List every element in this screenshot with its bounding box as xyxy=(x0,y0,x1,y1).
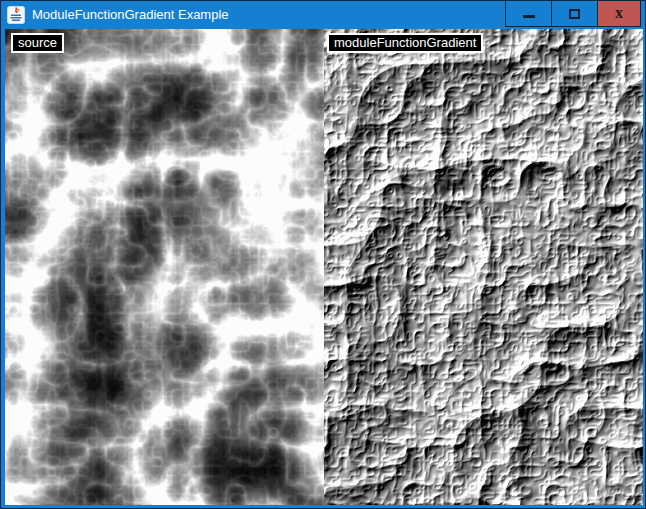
panel-gradient: moduleFunctionGradient xyxy=(324,29,643,505)
window-title: ModuleFunctionGradient Example xyxy=(32,1,229,28)
gradient-label: moduleFunctionGradient xyxy=(327,33,483,53)
maximize-icon xyxy=(569,9,580,19)
close-icon: x xyxy=(615,5,623,21)
window-controls: x xyxy=(506,1,641,27)
close-button[interactable]: x xyxy=(597,1,641,27)
java-coffee-cup-icon xyxy=(7,6,25,24)
source-noise-image xyxy=(5,29,324,505)
titlebar[interactable]: ModuleFunctionGradient Example x xyxy=(1,1,645,28)
source-label: source xyxy=(11,33,64,53)
minimize-icon xyxy=(523,15,535,18)
maximize-button[interactable] xyxy=(551,1,598,27)
content-area: source moduleFunctionGradient xyxy=(5,29,643,505)
panel-source: source xyxy=(5,29,324,505)
minimize-button[interactable] xyxy=(505,1,552,27)
app-window: ModuleFunctionGradient Example x source … xyxy=(0,0,646,509)
gradient-noise-image xyxy=(324,29,643,505)
